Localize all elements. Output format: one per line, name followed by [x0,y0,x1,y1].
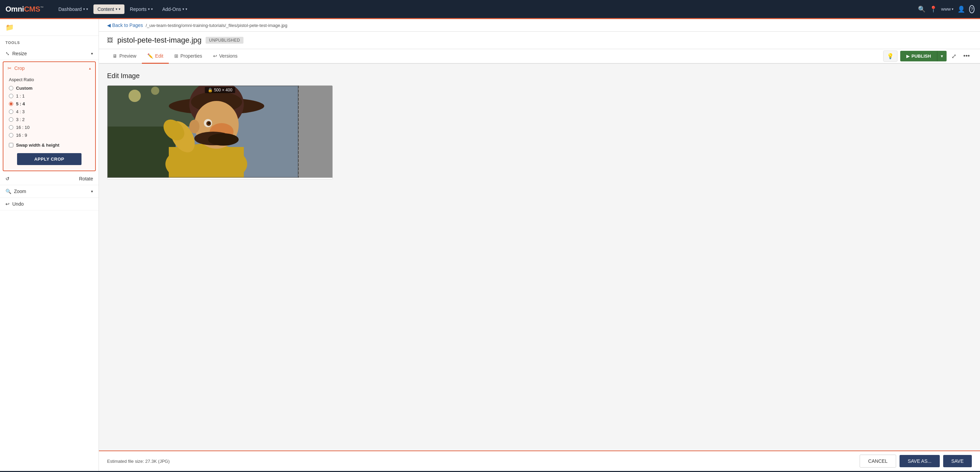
main-layout: 📁 TOOLS ⤡ Resize ▾ ✂ Crop ▴ Aspect Ratio [0,19,980,471]
tab-preview[interactable]: 🖥 Preview [107,49,142,64]
zoom-icon: 🔍 [5,188,11,194]
svg-point-14 [208,133,239,146]
svg-point-21 [151,87,159,95]
logo-name: OmniCMS™ [5,5,43,14]
crop-icon: ✂ [8,65,11,71]
back-to-pages-link[interactable]: ◀ Back to Pages [107,22,143,28]
aspect-custom[interactable]: Custom [9,86,90,91]
properties-tab-icon: ⊞ [174,53,178,59]
aspect-5-4[interactable]: 5 : 4 [9,101,90,107]
tab-edit[interactable]: ✏️ Edit [142,49,169,64]
tool-resize[interactable]: ⤡ Resize ▾ [0,48,99,60]
breadcrumb-bar: ◀ Back to Pages /_uw-team-testing/omni-t… [99,19,980,32]
publish-icon: ▶ [906,54,909,59]
nav-reports[interactable]: Reports ▾ [126,5,157,14]
reports-dropdown-icon: ▾ [148,7,153,11]
svg-point-18 [189,120,199,133]
bottom-bar: Estimated file size: 27.3K (JPG) CANCEL … [99,451,980,471]
search-icon[interactable]: 🔍 [918,5,926,13]
publish-button[interactable]: ▶ PUBLISH [900,51,937,61]
tools-label: TOOLS [0,36,99,48]
action-buttons: CANCEL SAVE AS... SAVE [860,454,972,467]
aspect-1-1-radio[interactable] [9,94,13,98]
aspect-16-10-radio[interactable] [9,125,13,129]
bulb-button[interactable]: 💡 [883,51,897,62]
tab-actions: 💡 ▶ PUBLISH ▾ ⤢ ••• [883,51,972,62]
aspect-3-2[interactable]: 3 : 2 [9,117,90,122]
swap-width-height[interactable]: Swap width & height [9,143,90,148]
apply-crop-button[interactable]: APPLY CROP [17,153,82,165]
aspect-4-3-radio[interactable] [9,110,13,114]
location-icon[interactable]: 📍 [929,5,937,13]
nav-right-controls: 🔍 📍 www ▾ 👤 ? [918,5,975,13]
swap-width-height-checkbox[interactable] [9,143,13,147]
back-chevron-icon: ◀ [107,22,111,28]
expand-button[interactable]: ⤢ [949,51,959,62]
publish-button-group: ▶ PUBLISH ▾ [900,51,947,61]
file-header: 🖼 pistol-pete-test-image.jpg UNPUBLISHED [99,32,980,49]
svg-point-17 [208,122,210,124]
aspect-3-2-radio[interactable] [9,117,13,122]
tool-rotate[interactable]: ↺ Rotate [0,172,99,185]
cancel-button[interactable]: CANCEL [860,454,896,467]
rotate-icon: ↺ [5,176,10,182]
undo-icon: ↩ [5,201,10,207]
nav-items: Dashboard ▾ Content ▾ Reports ▾ Add-Ons … [54,5,918,14]
more-options-button[interactable]: ••• [961,51,972,62]
nav-content[interactable]: Content ▾ [94,5,124,14]
save-as-button[interactable]: SAVE AS... [899,455,940,467]
www-selector[interactable]: www ▾ [941,6,953,11]
nav-dashboard[interactable]: Dashboard ▾ [54,5,92,14]
tabs: 🖥 Preview ✏️ Edit ⊞ Properties ↩ Version… [107,49,243,63]
app-logo[interactable]: OmniCMS™ [5,5,43,14]
aspect-16-10[interactable]: 16 : 10 [9,125,90,130]
aspect-1-1[interactable]: 1 : 1 [9,93,90,99]
resize-icon: ⤡ [5,51,10,56]
file-image-icon: 🖼 [107,37,113,44]
aspect-ratio-options: Custom 1 : 1 5 : 4 4 : 3 [9,86,90,138]
dashboard-dropdown-icon: ▾ [83,7,88,11]
file-name: pistol-pete-test-image.jpg [117,36,202,45]
content-dropdown-icon: ▾ [116,7,120,11]
mascot-image[interactable] [107,86,332,178]
help-icon[interactable]: ? [969,5,975,13]
zoom-chevron-icon: ▾ [91,189,93,194]
resize-chevron-icon: ▾ [91,51,93,56]
tool-zoom[interactable]: 🔍 Zoom ▾ [0,185,99,198]
sidebar: 📁 TOOLS ⤡ Resize ▾ ✂ Crop ▴ Aspect Ratio [0,19,99,471]
preview-tab-icon: 🖥 [113,53,117,59]
user-avatar[interactable]: 👤 [958,5,965,13]
folder-icon[interactable]: 📁 [5,24,14,31]
tool-undo[interactable]: ↩ Undo [0,198,99,210]
crop-info-overlay: 🔒 500 × 400 [205,87,235,93]
crop-chevron-up-icon: ▴ [89,66,91,70]
tabs-bar: 🖥 Preview ✏️ Edit ⊞ Properties ↩ Version… [99,49,980,64]
top-navigation: OmniCMS™ Dashboard ▾ Content ▾ Reports ▾… [0,0,980,19]
aspect-4-3[interactable]: 4 : 3 [9,109,90,114]
edit-image-title: Edit Image [107,72,972,80]
aspect-16-9[interactable]: 16 : 9 [9,133,90,138]
crop-section: ✂ Crop ▴ Aspect Ratio Custom 1 : 1 [3,61,96,171]
aspect-5-4-radio[interactable] [9,102,13,106]
sidebar-top: 📁 [0,19,99,36]
aspect-16-9-radio[interactable] [9,133,13,137]
tab-versions[interactable]: ↩ Versions [208,49,243,64]
www-dropdown-icon: ▾ [952,7,953,11]
aspect-custom-radio[interactable] [9,86,13,90]
svg-rect-3 [298,86,332,178]
publish-dropdown-button[interactable]: ▾ [937,51,947,61]
unpublished-badge: UNPUBLISHED [205,37,243,44]
file-size-label: Estimated file size: 27.3K (JPG) [107,459,170,464]
breadcrumb-path: /_uw-team-testing/omni-training-tutorial… [146,23,287,28]
tab-properties[interactable]: ⊞ Properties [169,49,208,64]
lock-icon: 🔒 [208,88,213,92]
crop-body: Aspect Ratio Custom 1 : 1 5 : 4 [3,74,95,171]
save-button[interactable]: SAVE [943,455,972,467]
crop-header[interactable]: ✂ Crop ▴ [3,62,95,74]
edit-tab-icon: ✏️ [147,53,153,59]
svg-rect-2 [107,126,176,178]
nav-addons[interactable]: Add-Ons ▾ [158,5,191,14]
image-container: 🔒 500 × 400 [107,85,333,179]
main-content: ◀ Back to Pages /_uw-team-testing/omni-t… [99,19,980,471]
versions-tab-icon: ↩ [213,53,217,59]
